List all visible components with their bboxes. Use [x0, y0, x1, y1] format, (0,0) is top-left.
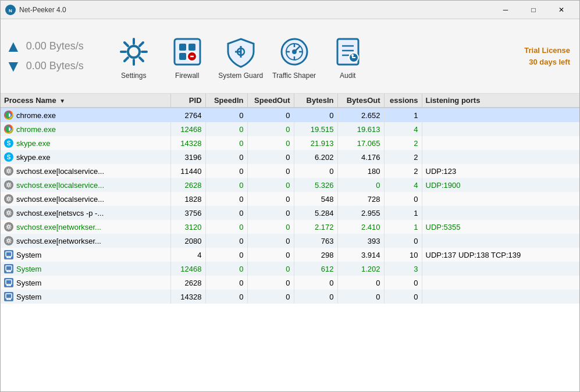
sessions-cell: 0	[384, 276, 422, 290]
maximize-button[interactable]: □	[520, 1, 547, 19]
speedin-cell: 0	[205, 164, 247, 178]
table-row[interactable]: svchost.exe[localservice... 2628 0 0 5.3…	[1, 178, 579, 192]
svg-line-83	[10, 228, 11, 229]
pid-cell: 2628	[170, 178, 205, 192]
process-name-cell: System	[1, 248, 170, 262]
speedin-cell: 0	[205, 136, 247, 150]
system-guard-button[interactable]: System Guard	[215, 24, 267, 88]
svg-line-49	[7, 172, 8, 173]
bytesout-cell: 393	[337, 234, 384, 248]
table-row[interactable]: System 2628 0 0 0 0 0	[1, 276, 579, 290]
close-button[interactable]: ✕	[548, 1, 575, 19]
col-header-bytesout[interactable]: BytesOut	[337, 94, 384, 108]
audit-button[interactable]: Audit	[322, 24, 374, 88]
process-name: svchost.exe[netsvcs -p -...	[16, 209, 104, 218]
svg-point-50	[8, 184, 10, 186]
svg-line-92	[10, 242, 11, 243]
gear-icon	[4, 194, 13, 204]
trial-line1[interactable]: Trial License	[524, 45, 570, 56]
firewall-button[interactable]: Firewall	[161, 24, 214, 88]
svg-rect-12	[179, 44, 186, 51]
table-row[interactable]: System 12468 0 0 612 1.202 3	[1, 262, 579, 276]
system-guard-label: System Guard	[218, 72, 263, 80]
table-row[interactable]: svchost.exe[netsvcs -p -... 3756 0 0 5.2…	[1, 206, 579, 220]
process-name-cell: S skype.exe	[1, 150, 170, 164]
svg-line-85	[7, 228, 8, 229]
bytesout-cell: 19.613	[337, 122, 384, 136]
traffic-shaper-button[interactable]: Traffic Shaper	[268, 24, 321, 88]
table-row[interactable]: svchost.exe[localservice... 1828 0 0 548…	[1, 192, 579, 206]
bytesout-cell: 2.410	[337, 220, 384, 234]
ports-cell	[422, 108, 579, 122]
col-header-pid[interactable]: PID	[170, 94, 205, 108]
col-header-speedout[interactable]: SpeedOut	[247, 94, 294, 108]
svg-line-56	[10, 186, 11, 187]
table-row[interactable]: System 14328 0 0 0 0 0	[1, 290, 579, 304]
ports-cell: UDP:1900	[422, 178, 579, 192]
process-name: skype.exe	[16, 139, 51, 148]
speedin-cell: 0	[205, 290, 247, 304]
speedout-cell: 0	[247, 220, 294, 234]
svg-line-65	[10, 200, 11, 201]
bytesin-cell: 21.913	[294, 136, 337, 150]
pid-cell: 2764	[170, 108, 205, 122]
gear-icon	[4, 236, 13, 245]
svg-point-2	[128, 46, 140, 58]
traffic-shaper-label: Traffic Shaper	[272, 72, 316, 80]
ports-cell: UDP:137 UDP:138 TCP:139	[422, 248, 579, 262]
process-name-cell: System	[1, 290, 170, 304]
system-guard-icon	[225, 35, 257, 68]
speedin-cell: 0	[205, 262, 247, 276]
sessions-cell: 0	[384, 290, 422, 304]
col-header-ports[interactable]: Listening ports	[422, 94, 579, 108]
process-name-cell: chrome.exe	[1, 122, 170, 136]
process-name: svchost.exe[localservice...	[16, 167, 104, 176]
speedout-cell: 0	[247, 164, 294, 178]
table-row[interactable]: svchost.exe[networkser... 2080 0 0 763 3…	[1, 234, 579, 248]
minimize-button[interactable]: ─	[492, 1, 519, 19]
table-row[interactable]: chrome.exe 12468 0 0 19.515 19.613 4	[1, 122, 579, 136]
speedin-cell: 0	[205, 192, 247, 206]
sessions-cell: 10	[384, 248, 422, 262]
svg-point-77	[8, 226, 10, 228]
svg-line-10	[124, 58, 128, 61]
svg-line-55	[7, 183, 8, 184]
col-header-sessions[interactable]: essions	[384, 94, 422, 108]
process-name: System	[16, 293, 41, 301]
table-row[interactable]: svchost.exe[networkser... 3120 0 0 2.172…	[1, 220, 579, 234]
col-header-speedin[interactable]: SpeedIn	[205, 94, 247, 108]
speedout-cell: 0	[247, 150, 294, 164]
ports-cell	[422, 234, 579, 248]
bytesin-cell: 0	[294, 276, 337, 290]
sort-arrow-icon: ▼	[59, 98, 65, 104]
audit-icon	[332, 35, 364, 68]
trial-line2[interactable]: 30 days left	[529, 56, 570, 68]
ports-cell	[422, 150, 579, 164]
process-table-container: Process Name ▼ PID SpeedIn SpeedOut Byte…	[1, 94, 579, 392]
pid-cell: 3196	[170, 150, 205, 164]
bytesin-cell: 612	[294, 262, 337, 276]
bytesin-cell: 298	[294, 248, 337, 262]
table-row[interactable]: System 4 0 0 298 3.914 10 UDP:137 UDP:13…	[1, 248, 579, 262]
bytesin-cell: 19.515	[294, 122, 337, 136]
settings-button[interactable]: Settings	[108, 24, 160, 88]
svg-line-91	[7, 239, 8, 240]
svg-rect-95	[6, 252, 12, 256]
col-header-process[interactable]: Process Name ▼	[1, 94, 170, 108]
settings-icon	[118, 35, 150, 68]
bytesin-cell: 0	[294, 108, 337, 122]
table-row[interactable]: chrome.exe 2764 0 0 0 2.652 1	[1, 108, 579, 122]
col-header-bytesin[interactable]: BytesIn	[294, 94, 337, 108]
sessions-cell: 2	[384, 150, 422, 164]
svg-rect-13	[188, 44, 195, 51]
svg-line-8	[140, 58, 143, 61]
traffic-shaper-icon	[278, 35, 311, 68]
table-row[interactable]: svchost.exe[localservice... 11440 0 0 0 …	[1, 164, 579, 178]
table-row[interactable]: S skype.exe 3196 0 0 6.202 4.176 2	[1, 150, 579, 164]
window-controls: ─ □ ✕	[492, 1, 575, 19]
svg-line-58	[7, 186, 8, 187]
svg-line-75	[10, 211, 11, 212]
table-row[interactable]: S skype.exe 14328 0 0 21.913 17.065 2	[1, 136, 579, 150]
bytesin-cell: 6.202	[294, 150, 337, 164]
sessions-cell: 2	[384, 164, 422, 178]
